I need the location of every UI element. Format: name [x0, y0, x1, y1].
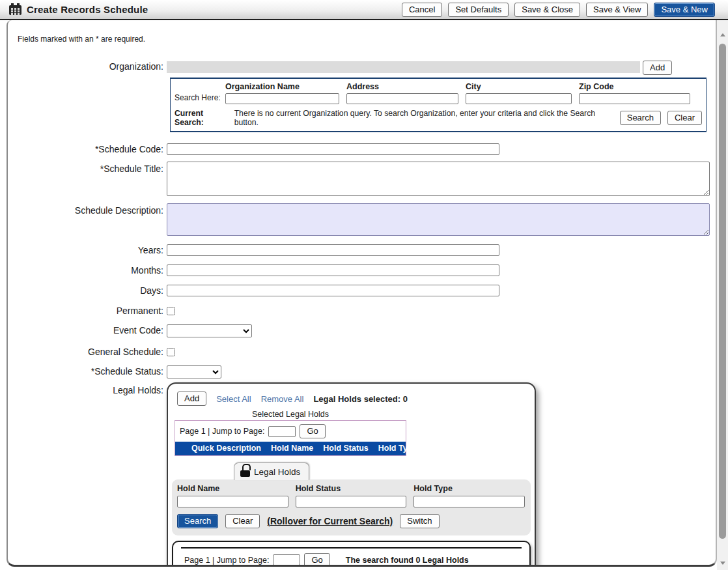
schedule-description-label: Schedule Description: [8, 205, 167, 216]
scrollbar-thumb[interactable] [719, 44, 726, 539]
schedule-status-label: *Schedule Status: [8, 365, 167, 377]
results-pager-text: Page 1 | Jump to Page: [184, 556, 269, 565]
address-header: Address [346, 82, 458, 91]
days-input[interactable] [167, 285, 499, 296]
set-defaults-button[interactable]: Set Defaults [448, 3, 509, 17]
results-jump-to-page-input[interactable] [273, 554, 300, 565]
save-view-button[interactable]: Save & View [586, 3, 648, 17]
column-hold-status[interactable]: Hold Status [323, 444, 368, 453]
organization-search-box: Search Here: Organization Name Address C… [170, 78, 707, 132]
results-pager: Page 1 | Jump to Page: Go The search fou… [180, 550, 523, 567]
legal-holds-tab[interactable]: Legal Holds [234, 463, 309, 480]
results-found-text: The search found 0 Legal Holds [346, 556, 469, 565]
save-new-button[interactable]: Save & New [654, 3, 715, 17]
organization-name-input[interactable] [225, 93, 339, 104]
titlebar: Create Records Schedule Cancel Set Defau… [0, 0, 728, 20]
scroll-down-arrow[interactable] [717, 558, 728, 568]
months-row: Months: [8, 264, 716, 276]
legal-holds-label: Legal Holds: [8, 384, 167, 395]
organization-add-button[interactable]: Add [643, 61, 672, 75]
results-go-button[interactable]: Go [304, 553, 329, 567]
search-here-label: Search Here: [175, 93, 225, 104]
selected-table-pager: Page 1 | Jump to Page: Go [175, 421, 406, 442]
schedule-code-row: *Schedule Code: [8, 143, 716, 155]
permanent-label: Permanent: [8, 305, 167, 316]
pager-text: Page 1 | Jump to Page: [180, 427, 264, 436]
organization-name-header: Organization Name [225, 82, 339, 91]
organization-row: Organization: Add [8, 61, 716, 75]
schedule-title-textarea[interactable] [167, 162, 710, 196]
hold-type-input[interactable] [413, 496, 525, 507]
organization-search-button[interactable]: Search [620, 111, 661, 125]
vertical-scrollbar [717, 20, 728, 570]
schedule-status-select[interactable] [167, 365, 221, 378]
schedule-title-label: *Schedule Title: [8, 163, 167, 174]
zip-code-input[interactable] [579, 93, 690, 104]
legal-holds-panel: Add Select All Remove All Legal Holds se… [167, 382, 536, 567]
organization-clear-button[interactable]: Clear [667, 111, 702, 125]
cancel-button[interactable]: Cancel [402, 3, 442, 17]
organization-display [167, 61, 640, 73]
results-divider [181, 547, 522, 549]
form-panel: Fields marked with an * are required. Or… [7, 20, 717, 567]
days-row: Days: [8, 285, 716, 296]
legal-holds-row: Legal Holds: Add Select All Remove All L… [8, 384, 716, 567]
lock-icon [240, 467, 251, 476]
schedule-status-row: *Schedule Status: [8, 365, 716, 378]
select-all-link[interactable]: Select All [216, 394, 251, 404]
event-code-label: Event Code: [8, 324, 167, 335]
event-code-row: Event Code: [8, 324, 716, 337]
current-search-text: There is no current Organization query. … [234, 109, 620, 127]
hold-status-input[interactable] [296, 496, 407, 507]
years-label: Years: [8, 244, 167, 255]
address-input[interactable] [346, 93, 458, 104]
legal-holds-add-button[interactable]: Add [177, 392, 206, 406]
organization-label: Organization: [8, 61, 167, 72]
schedule-title-row: *Schedule Title: [8, 163, 716, 196]
years-input[interactable] [167, 244, 499, 256]
permanent-checkbox[interactable] [167, 307, 175, 315]
remove-all-link[interactable]: Remove All [261, 394, 304, 404]
rollover-current-search[interactable]: (Rollover for Current Search) [267, 516, 393, 526]
hold-type-header: Hold Type [413, 484, 525, 493]
legal-holds-search-panel: Hold Name Hold Status Hold Type Search C… [172, 479, 531, 535]
city-header: City [466, 82, 572, 91]
column-hold-type[interactable]: Hold Type [378, 444, 417, 453]
selected-table-header: Quick Description Hold Name Hold Status … [175, 442, 406, 455]
schedule-code-label: *Schedule Code: [8, 143, 167, 154]
schedule-description-row: Schedule Description: [8, 205, 716, 236]
schedule-code-input[interactable] [167, 143, 499, 155]
legal-holds-search-button[interactable]: Search [177, 514, 218, 528]
months-input[interactable] [167, 264, 499, 276]
zip-code-header: Zip Code [579, 82, 690, 91]
legal-holds-results-box: Page 1 | Jump to Page: Go The search fou… [172, 541, 531, 567]
calendar-icon [9, 5, 21, 15]
scroll-up-arrow[interactable] [717, 29, 728, 40]
months-label: Months: [8, 264, 167, 276]
column-hold-name[interactable]: Hold Name [271, 444, 313, 453]
general-schedule-checkbox[interactable] [167, 348, 175, 356]
jump-to-page-input[interactable] [268, 426, 296, 437]
switch-button[interactable]: Switch [400, 514, 439, 528]
save-close-button[interactable]: Save & Close [514, 3, 580, 17]
schedule-description-textarea[interactable] [167, 203, 710, 236]
page-title: Create Records Schedule [27, 4, 148, 15]
go-button[interactable]: Go [300, 424, 325, 438]
days-label: Days: [8, 285, 167, 296]
years-row: Years: [8, 244, 716, 256]
city-input[interactable] [466, 93, 572, 104]
column-quick-description[interactable]: Quick Description [191, 444, 261, 453]
general-schedule-row: General Schedule: [8, 346, 716, 357]
permanent-row: Permanent: [8, 305, 716, 316]
legal-holds-selected-count: Legal Holds selected: 0 [313, 394, 408, 404]
selected-legal-holds-table: Page 1 | Jump to Page: Go Quick Descript… [175, 420, 406, 456]
current-search-label: Current Search: [175, 109, 234, 127]
titlebar-buttons: Cancel Set Defaults Save & Close Save & … [402, 3, 724, 17]
event-code-select[interactable] [167, 324, 252, 337]
hold-name-input[interactable] [177, 496, 288, 507]
required-note: Fields marked with an * are required. [18, 35, 716, 44]
hold-status-header: Hold Status [296, 484, 407, 493]
general-schedule-label: General Schedule: [8, 346, 167, 357]
selected-legal-holds-caption: Selected Legal Holds [173, 410, 408, 419]
legal-holds-clear-button[interactable]: Clear [225, 514, 260, 528]
